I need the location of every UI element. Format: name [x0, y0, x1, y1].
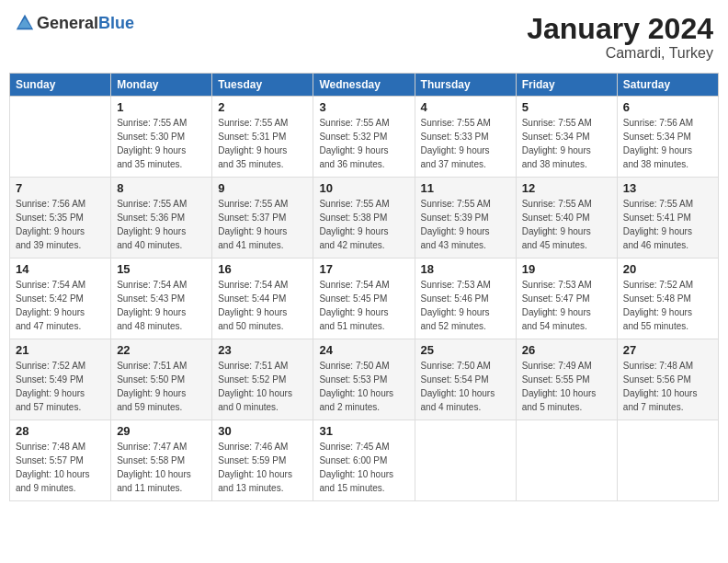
day-number: 17 [319, 262, 408, 276]
calendar-cell: 8Sunrise: 7:55 AM Sunset: 5:36 PM Daylig… [111, 178, 212, 259]
day-info: Sunrise: 7:53 AM Sunset: 5:46 PM Dayligh… [421, 278, 510, 333]
day-info: Sunrise: 7:55 AM Sunset: 5:38 PM Dayligh… [319, 197, 408, 252]
day-number: 11 [421, 181, 510, 195]
calendar-cell [617, 420, 718, 501]
day-info: Sunrise: 7:51 AM Sunset: 5:50 PM Dayligh… [117, 359, 206, 414]
col-sunday: Sunday [10, 74, 111, 97]
calendar-cell: 12Sunrise: 7:55 AM Sunset: 5:40 PM Dayli… [516, 178, 617, 259]
day-number: 9 [218, 181, 307, 195]
day-info: Sunrise: 7:50 AM Sunset: 5:54 PM Dayligh… [421, 359, 510, 414]
day-number: 8 [117, 181, 206, 195]
day-info: Sunrise: 7:45 AM Sunset: 6:00 PM Dayligh… [319, 440, 408, 495]
day-number: 6 [623, 100, 712, 114]
day-number: 18 [421, 262, 510, 276]
day-number: 19 [522, 262, 611, 276]
day-number: 26 [522, 343, 611, 357]
calendar-cell [10, 97, 111, 178]
day-info: Sunrise: 7:55 AM Sunset: 5:41 PM Dayligh… [623, 197, 712, 252]
logo-text-general: General [37, 14, 98, 32]
day-info: Sunrise: 7:55 AM Sunset: 5:33 PM Dayligh… [421, 116, 510, 171]
calendar-cell: 17Sunrise: 7:54 AM Sunset: 5:45 PM Dayli… [313, 259, 415, 339]
day-info: Sunrise: 7:55 AM Sunset: 5:36 PM Dayligh… [117, 197, 206, 252]
calendar-cell: 7Sunrise: 7:56 AM Sunset: 5:35 PM Daylig… [10, 178, 111, 259]
col-thursday: Thursday [415, 74, 516, 97]
day-info: Sunrise: 7:55 AM Sunset: 5:39 PM Dayligh… [421, 197, 510, 252]
day-info: Sunrise: 7:46 AM Sunset: 5:59 PM Dayligh… [218, 440, 307, 495]
day-number: 21 [16, 343, 105, 357]
day-number: 3 [319, 100, 408, 114]
calendar-cell: 9Sunrise: 7:55 AM Sunset: 5:37 PM Daylig… [212, 178, 313, 259]
page-header: GeneralBlue January 2024 Camardi, Turkey [9, 9, 719, 65]
day-number: 28 [16, 424, 105, 438]
calendar-cell [415, 420, 516, 501]
title-block: January 2024 Camardi, Turkey [527, 13, 713, 62]
calendar-cell: 20Sunrise: 7:52 AM Sunset: 5:48 PM Dayli… [617, 259, 718, 339]
day-number: 27 [623, 343, 712, 357]
calendar-cell: 23Sunrise: 7:51 AM Sunset: 5:52 PM Dayli… [212, 339, 313, 420]
calendar-cell: 10Sunrise: 7:55 AM Sunset: 5:38 PM Dayli… [313, 178, 415, 259]
calendar-cell [516, 420, 617, 501]
calendar-cell: 5Sunrise: 7:55 AM Sunset: 5:34 PM Daylig… [516, 97, 617, 178]
day-info: Sunrise: 7:56 AM Sunset: 5:34 PM Dayligh… [623, 116, 712, 171]
day-number: 12 [522, 181, 611, 195]
calendar-cell: 21Sunrise: 7:52 AM Sunset: 5:49 PM Dayli… [10, 339, 111, 420]
day-number: 14 [16, 262, 105, 276]
month-title: January 2024 [527, 13, 713, 45]
calendar-cell: 24Sunrise: 7:50 AM Sunset: 5:53 PM Dayli… [313, 339, 415, 420]
day-number: 29 [117, 424, 206, 438]
day-info: Sunrise: 7:56 AM Sunset: 5:35 PM Dayligh… [16, 197, 105, 252]
day-info: Sunrise: 7:54 AM Sunset: 5:42 PM Dayligh… [16, 278, 105, 333]
col-friday: Friday [516, 74, 617, 97]
day-info: Sunrise: 7:54 AM Sunset: 5:43 PM Dayligh… [117, 278, 206, 333]
col-saturday: Saturday [617, 74, 718, 97]
day-number: 10 [319, 181, 408, 195]
calendar-table: Sunday Monday Tuesday Wednesday Thursday… [9, 73, 719, 501]
day-number: 31 [319, 424, 408, 438]
calendar-cell: 29Sunrise: 7:47 AM Sunset: 5:58 PM Dayli… [111, 420, 212, 501]
col-monday: Monday [111, 74, 212, 97]
day-number: 7 [16, 181, 105, 195]
calendar-header-row: Sunday Monday Tuesday Wednesday Thursday… [10, 74, 719, 97]
col-tuesday: Tuesday [212, 74, 313, 97]
logo-text-blue: Blue [98, 14, 134, 32]
day-info: Sunrise: 7:55 AM Sunset: 5:30 PM Dayligh… [117, 116, 206, 171]
day-number: 15 [117, 262, 206, 276]
calendar-cell: 6Sunrise: 7:56 AM Sunset: 5:34 PM Daylig… [617, 97, 718, 178]
day-info: Sunrise: 7:51 AM Sunset: 5:52 PM Dayligh… [218, 359, 307, 414]
day-number: 16 [218, 262, 307, 276]
day-number: 2 [218, 100, 307, 114]
day-info: Sunrise: 7:48 AM Sunset: 5:57 PM Dayligh… [16, 440, 105, 495]
calendar-week-row: 7Sunrise: 7:56 AM Sunset: 5:35 PM Daylig… [10, 178, 719, 259]
day-info: Sunrise: 7:55 AM Sunset: 5:31 PM Dayligh… [218, 116, 307, 171]
day-info: Sunrise: 7:55 AM Sunset: 5:32 PM Dayligh… [319, 116, 408, 171]
logo: GeneralBlue [15, 13, 134, 33]
calendar-week-row: 14Sunrise: 7:54 AM Sunset: 5:42 PM Dayli… [10, 259, 719, 339]
calendar-cell: 11Sunrise: 7:55 AM Sunset: 5:39 PM Dayli… [415, 178, 516, 259]
location-title: Camardi, Turkey [527, 45, 713, 62]
day-number: 13 [623, 181, 712, 195]
calendar-cell: 4Sunrise: 7:55 AM Sunset: 5:33 PM Daylig… [415, 97, 516, 178]
day-number: 30 [218, 424, 307, 438]
calendar-cell: 22Sunrise: 7:51 AM Sunset: 5:50 PM Dayli… [111, 339, 212, 420]
day-info: Sunrise: 7:54 AM Sunset: 5:45 PM Dayligh… [319, 278, 408, 333]
calendar-cell: 26Sunrise: 7:49 AM Sunset: 5:55 PM Dayli… [516, 339, 617, 420]
day-info: Sunrise: 7:53 AM Sunset: 5:47 PM Dayligh… [522, 278, 611, 333]
day-info: Sunrise: 7:54 AM Sunset: 5:44 PM Dayligh… [218, 278, 307, 333]
logo-icon [15, 13, 35, 33]
calendar-cell: 25Sunrise: 7:50 AM Sunset: 5:54 PM Dayli… [415, 339, 516, 420]
calendar-cell: 2Sunrise: 7:55 AM Sunset: 5:31 PM Daylig… [212, 97, 313, 178]
calendar-week-row: 1Sunrise: 7:55 AM Sunset: 5:30 PM Daylig… [10, 97, 719, 178]
day-info: Sunrise: 7:52 AM Sunset: 5:48 PM Dayligh… [623, 278, 712, 333]
day-number: 24 [319, 343, 408, 357]
day-number: 23 [218, 343, 307, 357]
calendar-cell: 28Sunrise: 7:48 AM Sunset: 5:57 PM Dayli… [10, 420, 111, 501]
day-info: Sunrise: 7:47 AM Sunset: 5:58 PM Dayligh… [117, 440, 206, 495]
calendar-cell: 16Sunrise: 7:54 AM Sunset: 5:44 PM Dayli… [212, 259, 313, 339]
col-wednesday: Wednesday [313, 74, 415, 97]
day-number: 1 [117, 100, 206, 114]
day-info: Sunrise: 7:49 AM Sunset: 5:55 PM Dayligh… [522, 359, 611, 414]
day-info: Sunrise: 7:52 AM Sunset: 5:49 PM Dayligh… [16, 359, 105, 414]
calendar-cell: 14Sunrise: 7:54 AM Sunset: 5:42 PM Dayli… [10, 259, 111, 339]
calendar-cell: 1Sunrise: 7:55 AM Sunset: 5:30 PM Daylig… [111, 97, 212, 178]
calendar-week-row: 21Sunrise: 7:52 AM Sunset: 5:49 PM Dayli… [10, 339, 719, 420]
